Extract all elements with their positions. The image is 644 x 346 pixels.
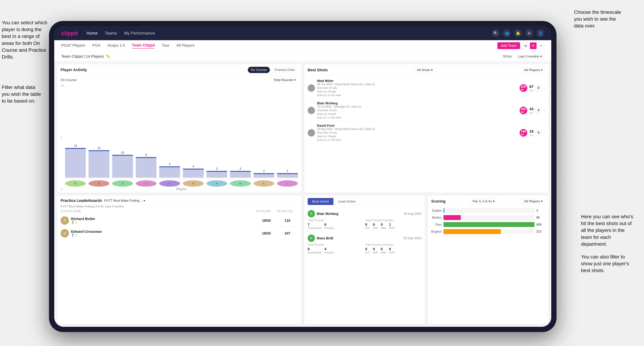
users-icon[interactable]: 👥 xyxy=(503,29,511,37)
col-pb-score: PB SCORE xyxy=(256,210,277,213)
bar-group: 3 xyxy=(230,167,251,178)
most-active-list: B Blair McHarg 26 Aug 2023 Total Rounds … xyxy=(304,208,425,257)
shot-desc: Shot Dist: 16 ydsStart Lie: RoughEnd Lie… xyxy=(317,131,518,142)
edit-icon[interactable]: ✏️ xyxy=(106,54,110,58)
active-tabs: Most Active Least Active xyxy=(308,198,360,205)
leaderboard-row: E Edward Crossman 🥈 2 18/20 107 xyxy=(57,227,301,240)
shot-stat-dist: 16 yds xyxy=(530,129,534,137)
chevron-right-icon[interactable]: › xyxy=(544,131,545,135)
bell-icon[interactable]: 🔔 xyxy=(514,29,522,37)
bar-highlight xyxy=(159,166,180,167)
shot-player-name: Blair McHarg xyxy=(317,101,518,105)
best-shots-title: Best Shots xyxy=(308,68,328,72)
practice-val: 4 xyxy=(324,247,334,251)
bar-highlight xyxy=(183,169,204,170)
arg-label: ARG xyxy=(381,227,386,229)
bar-group: 2 xyxy=(254,170,274,178)
annotation-player-select: You can select which player is doing the… xyxy=(2,19,49,60)
tab-pgat-players[interactable]: PGAT Players xyxy=(61,43,85,48)
bar-group: 10 xyxy=(112,151,133,178)
avatar-icon[interactable]: 👤 xyxy=(536,29,544,37)
gtt-val: 0 xyxy=(365,223,370,227)
active-name: Blair McHarg xyxy=(317,212,338,216)
shot-desc: Shot Dist: 67 ydsStart Lie: RoughEnd Lie… xyxy=(317,86,518,97)
tab-hcaps[interactable]: Hcaps 1-5 xyxy=(108,43,125,48)
add-team-button[interactable]: Add Team xyxy=(497,42,520,49)
col-pb-avg: PB AVG SQ xyxy=(277,210,298,213)
subnav-right: Add Team ⊞ ♥ ≡ xyxy=(497,42,544,49)
bar-highlight xyxy=(112,155,133,156)
heart-view-icon[interactable]: ♥ xyxy=(530,42,536,49)
sub-navigation: PGAT Players PGA Hcaps 1-5 Team Clippd T… xyxy=(54,40,551,51)
leaderboard-dropdown[interactable]: PUTT Must Make Putting ... ▾ xyxy=(104,199,298,202)
nav-teams[interactable]: Teams xyxy=(105,31,117,36)
scoring-filter2-dropdown[interactable]: All Players ▾ xyxy=(522,198,545,204)
lb-name: Edward Crossman xyxy=(71,230,102,234)
bar xyxy=(183,169,204,178)
grid-view-icon[interactable]: ⊞ xyxy=(522,42,529,49)
chevron-right-icon[interactable]: › xyxy=(544,86,545,90)
chevron-down-icon: ▾ xyxy=(541,199,543,203)
chart-container: 10 5 0 13 12 10 xyxy=(57,84,301,193)
tournament-label: Tournament xyxy=(308,227,322,229)
bar-highlight xyxy=(206,171,227,172)
scoring-bar-container xyxy=(444,215,534,220)
player-avatars: BBDJEGRMEL xyxy=(65,179,298,187)
chart-subheader: On Course Total Rounds ▾ xyxy=(57,76,301,84)
player-avatar: D xyxy=(112,180,133,187)
bar-value: 13 xyxy=(74,144,77,148)
tab-least-active[interactable]: Least Active xyxy=(334,198,360,205)
shot-item: Blair McHarg 23 Jul 2023 · Ashridge GC, … xyxy=(308,99,545,122)
tab-most-active[interactable]: Most Active xyxy=(308,198,334,205)
scoring-panel: Scoring Par 3, 4 & 5s ▾ All Players ▾ xyxy=(428,195,548,324)
active-item-header: R Rees Britt 02 Sep 2023 xyxy=(308,234,422,242)
bar-value: 2 xyxy=(263,170,265,173)
list-view-icon[interactable]: ≡ xyxy=(538,42,544,49)
putt-val: 0 xyxy=(389,247,396,251)
practice-val: 6 xyxy=(324,223,334,227)
best-shots-body: Matt Miller 09 Jun 2023 · Royal North De… xyxy=(304,75,548,193)
bar-value: 10 xyxy=(121,151,124,154)
lb-pb-avg: 110 xyxy=(277,219,298,223)
shot-stat-val: 67 xyxy=(530,84,534,89)
bar-value: 3 xyxy=(240,167,241,170)
search-icon[interactable]: 🔍 xyxy=(492,29,500,37)
time-filter-dropdown[interactable]: Last 3 months ▾ xyxy=(516,53,544,59)
tab-all-players[interactable]: All Players xyxy=(176,43,194,48)
tab-pga[interactable]: PGA xyxy=(92,43,100,48)
bar xyxy=(206,171,227,178)
shot-desc: Shot Dist: 43 ydsStart Lie: RoughEnd Lie… xyxy=(317,108,518,119)
tournament-label: Tournament xyxy=(308,251,322,254)
shots-filter-dropdown[interactable]: All Shots ▾ xyxy=(414,67,435,73)
content-area: PGAT Players PGA Hcaps 1-5 Team Clippd T… xyxy=(54,40,551,327)
annotation-filter-player: You can also filter to show just one pla… xyxy=(581,253,634,274)
shot-item: David Ford 24 Aug 2023 · Royal North Dev… xyxy=(308,122,545,144)
tournament-val: 8 xyxy=(308,247,322,251)
y-axis: 10 5 0 xyxy=(60,84,65,191)
tab-on-course[interactable]: On Course xyxy=(248,67,270,73)
scoring-body: Eagles 3 Birdies 96 Pars 499 Bogeys 315 xyxy=(428,206,548,324)
nav-myperformance[interactable]: My Performance xyxy=(124,31,155,36)
chevron-down-icon: ▾ xyxy=(541,68,543,72)
tab-team-clippd[interactable]: Team Clippd xyxy=(132,43,155,49)
players-filter-dropdown[interactable]: All Players ▾ xyxy=(522,67,545,73)
tab-tour[interactable]: Tour xyxy=(162,43,169,48)
scoring-bar-container xyxy=(444,229,534,234)
plus-circle-icon[interactable]: ⊕ xyxy=(525,29,533,37)
app-label: APP xyxy=(373,251,378,254)
bar-group: 4 xyxy=(183,165,204,178)
nav-links: Home Teams My Performance xyxy=(86,31,492,36)
scoring-filter1-dropdown[interactable]: Par 3, 4 & 5s ▾ xyxy=(470,198,497,204)
annotation-filter: Filter what data you wish the table to b… xyxy=(2,84,42,105)
chart-filter-dropdown[interactable]: Total Rounds ▾ xyxy=(271,77,298,83)
activities-row: 0 GTT 0 APP 0 ARG 0 PUTT xyxy=(365,247,422,254)
chevron-right-icon[interactable]: › xyxy=(544,108,545,112)
tournament-val: 7 xyxy=(308,223,322,227)
shot-badge: 200 SG xyxy=(520,107,527,114)
player-avatar: L xyxy=(277,180,298,187)
best-shots-header: Best Shots All Shots ▾ All Players ▾ xyxy=(304,64,548,75)
tab-practice-drills[interactable]: Practice Drills xyxy=(272,67,298,73)
main-grid: Player Activity On Course Practice Drill… xyxy=(54,61,551,327)
nav-home[interactable]: Home xyxy=(86,31,98,36)
shot-stat-zero: 0 xyxy=(535,107,542,114)
